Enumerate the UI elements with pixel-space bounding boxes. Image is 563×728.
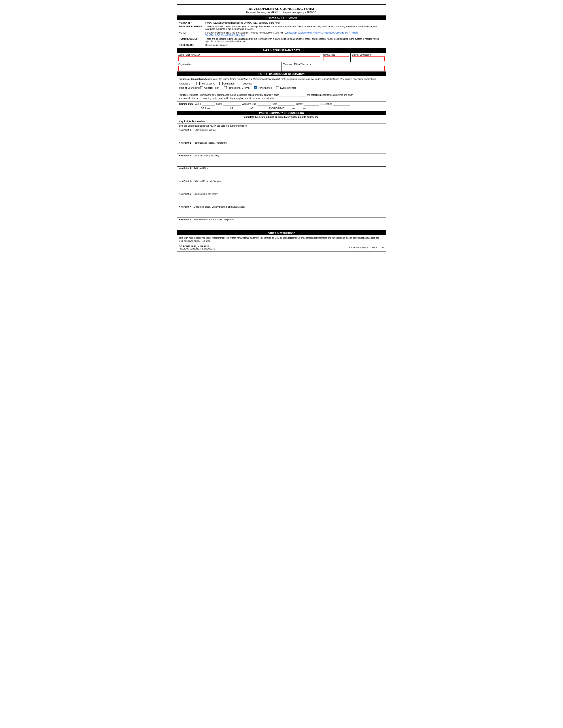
- key-point-row-8: Key Point 8 - Balanced Personal and Work…: [177, 218, 386, 231]
- name-cell: Name (Last, First, MI): [177, 53, 322, 62]
- org-cell: Organization: [177, 62, 282, 71]
- event-oriented-checkbox[interactable]: [276, 86, 279, 89]
- org-input[interactable]: [178, 66, 280, 71]
- type-field: [278, 102, 296, 105]
- professional-growth-checkbox[interactable]: [224, 86, 227, 89]
- non-directive-checkbox[interactable]: [196, 82, 199, 85]
- part3-header: PART III - SUMMARY OF COUNSELING: [177, 111, 386, 115]
- purpose-bold: Purpose of Counseling:: [179, 78, 204, 80]
- kp8-desc: Balanced Personal and Work Obligations:: [194, 218, 234, 221]
- general-form-group: General Form: [200, 86, 219, 89]
- non-directive-label: Non Directive: [200, 82, 215, 85]
- no-checkbox[interactable]: [298, 107, 301, 110]
- rank-cell: Rank/Grade: [322, 53, 351, 62]
- kp3-desc: Communicated Effectively:: [194, 154, 220, 157]
- key-points-header: Key Points Discussion:: [177, 119, 386, 124]
- non-directive-group: Non Directive: [196, 82, 215, 85]
- previous-editions: PREVIOUS EDITIONS ARE OBSOLETE.: [179, 248, 215, 250]
- training-data-row1: Training Data: ACFT Score: Weapons Qual …: [177, 101, 386, 106]
- counseling-type-label: Type of Counseling:: [179, 86, 200, 89]
- kp5-label: Key Point 5 -: [179, 180, 192, 182]
- no-label: No: [303, 107, 306, 110]
- note-text: For additional information, see the Syst…: [205, 32, 384, 36]
- score2-field: [304, 102, 319, 105]
- approach-label: Approach:: [179, 82, 196, 85]
- gt-score-label: GT Score:: [201, 107, 211, 110]
- kp7-label: Key Point 7 -: [179, 206, 192, 208]
- other-instr-text: This form will be destroyed upon: reassi…: [177, 235, 386, 244]
- disclosure-text: Disclosure is voluntary.: [205, 44, 384, 46]
- score-label: Score:: [216, 103, 222, 105]
- form-container: DEVELOPMENTAL COUNSELING FORM For use of…: [177, 4, 386, 251]
- rank-label: Rank/Grade: [323, 54, 335, 56]
- general-form-checkbox[interactable]: [200, 86, 203, 89]
- yes-checkbox[interactable]: [287, 107, 290, 110]
- training-label: Training Data:: [179, 103, 194, 105]
- kp6-label: Key Point 6 -: [179, 193, 192, 195]
- intro-text: Both the Soldier and leader will review …: [177, 124, 386, 128]
- kp2-label: Key Point 2 -: [179, 142, 192, 144]
- wt-label: / WT:: [248, 107, 254, 110]
- date-label: Date of Counseling: [352, 54, 371, 56]
- privacy-act-header: PRIVACY ACT STATEMENT: [177, 15, 386, 20]
- score2-label: Score:: [296, 103, 303, 105]
- professional-growth-label: Professional Growth: [227, 86, 249, 89]
- date-input[interactable]: [352, 56, 385, 61]
- counselor-label: Name and Title of Counselor: [283, 63, 311, 66]
- performance-group: Performance: [254, 86, 272, 89]
- part3-subheader: Complete this section during or immediat…: [177, 115, 386, 119]
- directive-checkbox[interactable]: [239, 82, 242, 85]
- type-label: Type:: [271, 103, 277, 105]
- routine-text: There are no specific routine uses antic…: [205, 38, 384, 43]
- professional-growth-group: Professional Growth: [224, 86, 249, 89]
- name-rank-date-row: Name (Last, First, MI) Rank/Grade Date o…: [177, 53, 386, 62]
- org-counselor-row: Organization Name and Title of Counselor: [177, 62, 386, 71]
- performance-checkbox[interactable]: [254, 86, 257, 89]
- weapons-qual-label: Weapons Qual: [242, 103, 256, 105]
- approach-row: Approach: Non Directive Combined Directi…: [179, 82, 384, 85]
- kp7-desc: Exhibited Fitness, Military Bearing, and…: [194, 206, 245, 208]
- purpose-line2: standards for the next counseling period…: [179, 97, 275, 99]
- event-oriented-group: Event Oriented: [276, 86, 296, 89]
- combined-group: Combined: [219, 82, 234, 85]
- counseling-purpose-section: Purpose: Purpose: To review the duty per…: [177, 92, 386, 101]
- part2-content: Purpose of Counseling: (Leader states th…: [177, 76, 386, 92]
- key-point-row-2: Key Point 2 - Technical and Tactical Pro…: [177, 141, 386, 154]
- kp2-desc: Technical and Tactical Proficiency:: [194, 142, 227, 144]
- other-instructions-section: OTHER INSTRUCTIONS This form will be des…: [177, 231, 386, 244]
- directive-label: Directive: [243, 82, 252, 85]
- authority-label: AUTHORITY:: [179, 22, 205, 24]
- ht-label: HT:: [230, 107, 233, 110]
- part1-header: PART I - ADMINISTRATIVE DATA: [177, 48, 386, 53]
- privacy-authority-row: AUTHORITY: 5 USC 301, Departmental Regul…: [177, 20, 386, 48]
- combined-label: Combined: [223, 82, 234, 85]
- event-oriented-label: Event Oriented: [280, 86, 296, 89]
- org-label: Organization: [178, 63, 191, 66]
- key-point-row-5: Key Point 5 - Exhibited Personal Discipl…: [177, 179, 386, 192]
- principal-label: PRINCIPAL PURPOSE:: [179, 25, 205, 30]
- name-input[interactable]: [178, 56, 321, 61]
- counseling-type-row: Type of Counseling: General Form Profess…: [179, 86, 384, 89]
- period-field: [279, 93, 306, 96]
- key-point-row-1: Key Point 1 - Exhibited Army Values:: [177, 128, 386, 141]
- kp1-label: Key Point 1 -: [179, 129, 192, 131]
- footer-right: APD AEM v1.01ES Page of: [349, 246, 384, 249]
- part2-purpose-text: Purpose of Counseling: (Leader states th…: [179, 78, 384, 81]
- name-label: Name (Last, First, MI): [178, 54, 200, 56]
- purpose-italic: (Leader states the reason for the counse…: [204, 78, 376, 80]
- yes-label: Yes: [292, 107, 295, 110]
- dlc-field: [333, 102, 351, 105]
- footer-left: DA FORM 4856, MAR 2023 PREVIOUS EDITIONS…: [179, 245, 215, 250]
- form-title: DEVELOPMENTAL COUNSELING FORM: [177, 5, 386, 11]
- rank-input[interactable]: [323, 56, 349, 61]
- counselor-cell: Name and Title of Counselor: [282, 62, 386, 71]
- performance-label: Performance: [258, 86, 272, 89]
- kp1-desc: Exhibited Army Values:: [194, 129, 216, 131]
- weapons-qual-field: [257, 102, 271, 105]
- disclosure-label: DISCLOSURE:: [179, 44, 205, 46]
- kp6-desc: Contributed to the Team:: [194, 193, 218, 195]
- page-label: Page of: [372, 246, 384, 249]
- counselor-input[interactable]: [283, 66, 385, 71]
- acft-label: ACFT: [195, 103, 201, 105]
- combined-checkbox[interactable]: [219, 82, 222, 85]
